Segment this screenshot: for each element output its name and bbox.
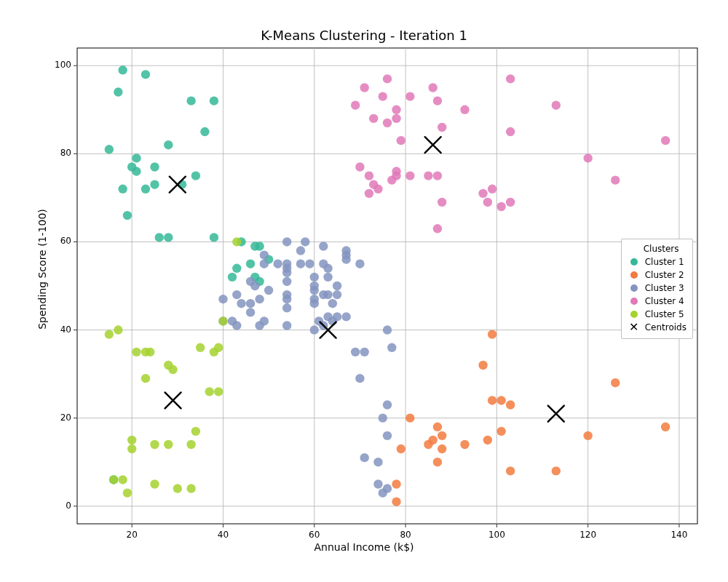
data-point <box>438 198 446 207</box>
data-point <box>460 105 469 114</box>
data-point <box>127 445 136 453</box>
legend-swatch <box>628 308 641 321</box>
legend-label: Cluster 1 <box>645 255 684 268</box>
data-point <box>369 114 378 123</box>
y-tick-label: 100 <box>48 60 71 70</box>
data-point <box>237 299 245 308</box>
data-point <box>232 321 241 330</box>
data-point <box>232 264 241 273</box>
data-point <box>428 436 437 445</box>
data-point <box>260 260 269 268</box>
y-axis-label: Spending Score (1-100) <box>36 160 48 378</box>
data-point <box>333 312 341 321</box>
data-point <box>123 488 132 497</box>
legend-swatch <box>628 295 641 308</box>
figure: K-Means Clustering - Iteration 1 2040608… <box>0 0 728 582</box>
data-point <box>218 295 227 303</box>
x-tick-label: 80 <box>395 530 416 540</box>
data-point <box>383 431 392 440</box>
data-point <box>379 488 387 497</box>
data-point <box>255 295 264 303</box>
data-point <box>341 246 350 255</box>
y-tick-label: 40 <box>48 324 71 335</box>
data-point <box>355 374 364 383</box>
y-tick-label: 60 <box>48 236 71 246</box>
data-point <box>496 396 505 404</box>
data-point <box>433 458 442 466</box>
x-mark-icon: ✕ <box>629 322 638 332</box>
data-point <box>433 224 442 233</box>
legend-label: Centroids <box>645 321 687 334</box>
data-point <box>114 325 122 334</box>
legend-item: Cluster 2 <box>628 268 687 282</box>
data-point <box>210 233 218 242</box>
data-point <box>205 387 213 396</box>
data-point <box>164 233 173 242</box>
legend-label: Cluster 5 <box>645 308 684 321</box>
data-point <box>305 260 314 268</box>
data-point <box>611 175 620 184</box>
data-point <box>282 303 291 312</box>
data-point <box>118 65 127 74</box>
dot-icon <box>630 284 638 292</box>
data-point <box>282 290 291 299</box>
data-point <box>506 466 515 475</box>
data-point <box>392 114 400 123</box>
data-point <box>310 273 319 282</box>
data-point <box>478 189 487 198</box>
data-point <box>186 484 195 493</box>
x-tick-label: 40 <box>212 530 234 540</box>
data-point <box>301 237 309 246</box>
y-tick-label: 0 <box>48 501 71 511</box>
data-point <box>228 273 237 282</box>
legend-swatch <box>628 255 641 268</box>
data-point <box>105 145 114 154</box>
data-point <box>360 453 368 462</box>
legend-label: Cluster 3 <box>645 282 684 295</box>
data-point <box>168 365 177 374</box>
data-point <box>333 290 341 299</box>
data-point <box>341 255 350 263</box>
data-point <box>118 185 127 194</box>
data-point <box>105 330 114 338</box>
data-point <box>186 96 195 105</box>
data-point <box>424 171 432 180</box>
data-point <box>379 92 387 100</box>
legend: Clusters Cluster 1Cluster 2Cluster 3Clus… <box>621 239 693 339</box>
data-point <box>552 101 561 110</box>
data-point <box>246 260 255 268</box>
x-tick-label: 20 <box>121 530 143 540</box>
legend-swatch: ✕ <box>628 321 641 334</box>
data-point <box>150 162 159 171</box>
data-point <box>433 171 442 180</box>
data-point <box>114 87 122 96</box>
data-point <box>506 127 515 136</box>
data-point <box>282 237 291 246</box>
data-point <box>310 282 319 290</box>
x-tick-label: 100 <box>486 530 507 540</box>
data-point <box>460 440 469 449</box>
data-point <box>210 96 218 105</box>
x-tick-label: 140 <box>668 530 690 540</box>
legend-swatch <box>628 282 641 295</box>
data-point <box>661 423 670 431</box>
data-point <box>611 378 620 387</box>
dot-icon <box>630 258 638 266</box>
data-point <box>246 299 255 308</box>
data-point <box>173 484 182 493</box>
data-point <box>282 260 291 268</box>
data-point <box>150 440 159 449</box>
data-point <box>506 400 515 409</box>
data-point <box>383 400 392 409</box>
data-point <box>232 290 241 299</box>
data-point <box>383 74 392 83</box>
data-point <box>392 105 400 114</box>
data-point <box>132 167 141 175</box>
legend-swatch <box>628 268 641 282</box>
data-point <box>478 361 487 370</box>
data-point <box>438 445 446 453</box>
data-point <box>282 277 291 286</box>
data-point <box>397 136 405 145</box>
data-point <box>319 242 328 250</box>
data-point <box>260 250 269 259</box>
